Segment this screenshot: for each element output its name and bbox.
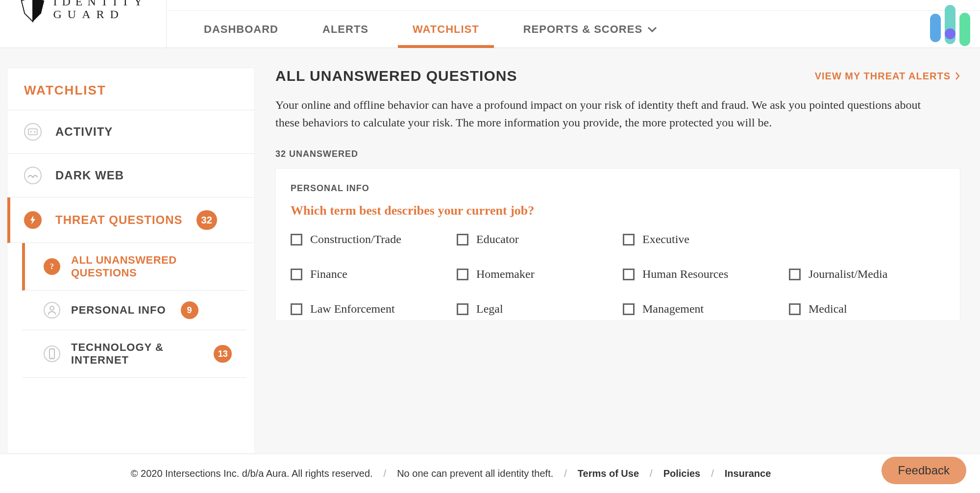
sidebar-subitems: ? ALL UNANSWERED QUESTIONS PERSONAL INFO… (7, 243, 254, 378)
sidebar-activity-label: ACTIVITY (55, 125, 113, 139)
page-description: Your online and offline behavior can hav… (275, 96, 933, 131)
page-body: WATCHLIST ACTIVITY DARK WEB THREAT QUEST… (0, 48, 980, 454)
checkbox-icon (457, 269, 468, 280)
option-checkbox[interactable]: Executive (623, 233, 779, 246)
nav-watchlist[interactable]: WATCHLIST (413, 11, 479, 48)
option-checkbox[interactable]: Journalist/Media (789, 268, 945, 281)
checkbox-icon (623, 269, 635, 280)
checkbox-icon (789, 269, 801, 280)
decoration-bars (930, 10, 970, 49)
sidebar-item-darkweb[interactable]: DARK WEB (7, 154, 254, 197)
brand-line2: GUARD (53, 8, 147, 21)
svg-point-3 (50, 306, 54, 310)
checkbox-icon (623, 303, 635, 315)
option-checkbox[interactable]: Finance (291, 268, 447, 281)
checkbox-icon (457, 234, 468, 246)
option-label: Journalist/Media (808, 268, 887, 281)
sub-all-label: ALL UNANSWERED QUESTIONS (71, 254, 232, 279)
option-label: Legal (476, 302, 503, 316)
question-card: PERSONAL INFO Which term best describes … (275, 168, 960, 321)
feedback-button[interactable]: Feedback (882, 457, 966, 484)
sidebar-sub-personal-info[interactable]: PERSONAL INFO 9 (22, 291, 246, 330)
svg-rect-0 (28, 129, 37, 135)
lightning-icon (24, 211, 42, 229)
footer: © 2020 Intersections Inc. d/b/a Aura. Al… (0, 454, 980, 493)
activity-icon (24, 123, 42, 141)
tech-count-badge: 13 (214, 345, 232, 363)
sub-personal-label: PERSONAL INFO (71, 304, 166, 317)
option-label: Executive (642, 233, 689, 246)
option-label: Finance (310, 268, 347, 281)
option-checkbox[interactable]: Construction/Trade (291, 233, 447, 246)
option-label: Medical (808, 302, 847, 316)
option-checkbox[interactable]: Medical (789, 302, 945, 316)
footer-disclaimer: No one can prevent all identity theft. (397, 468, 553, 479)
view-threat-alerts-link[interactable]: VIEW MY THREAT ALERTS (815, 71, 960, 82)
option-checkbox[interactable]: Human Resources (623, 268, 779, 281)
footer-copyright: © 2020 Intersections Inc. d/b/a Aura. Al… (131, 468, 373, 479)
nav-alerts[interactable]: ALERTS (322, 11, 368, 48)
chevron-down-icon (647, 26, 657, 33)
option-checkbox[interactable]: Management (623, 302, 779, 316)
header: IDENTITY GUARD DASHBOARD ALERTS WATCHLIS… (0, 0, 980, 48)
option-label: Homemaker (476, 268, 535, 281)
option-label: Educator (476, 233, 519, 246)
option-checkbox[interactable]: Educator (457, 233, 613, 246)
chevron-right-icon (955, 71, 960, 81)
sub-tech-label: TECHNOLOGY & INTERNET (71, 341, 199, 367)
svg-point-1 (30, 131, 32, 133)
question-icon: ? (44, 258, 60, 275)
svg-point-2 (34, 131, 36, 133)
brand-line1: IDENTITY (53, 0, 147, 8)
option-label: Human Resources (642, 268, 728, 281)
footer-terms-link[interactable]: Terms of Use (578, 468, 639, 479)
shield-icon (19, 0, 47, 23)
question-category: PERSONAL INFO (291, 183, 945, 194)
footer-insurance-link[interactable]: Insurance (725, 468, 771, 479)
threat-count-badge: 32 (196, 210, 217, 230)
option-label: Management (642, 302, 704, 316)
logo-area: IDENTITY GUARD (0, 0, 167, 48)
page-title: ALL UNANSWERED QUESTIONS (275, 68, 517, 84)
brand-text: IDENTITY GUARD (53, 0, 147, 21)
footer-policies-link[interactable]: Policies (663, 468, 701, 479)
question-options: Construction/TradeEducatorExecutiveFinan… (291, 233, 945, 316)
checkbox-icon (291, 303, 302, 315)
svg-point-5 (51, 357, 52, 358)
option-checkbox[interactable]: Homemaker (457, 268, 613, 281)
option-label: Construction/Trade (310, 233, 401, 246)
darkweb-icon (24, 167, 42, 184)
option-checkbox[interactable]: Legal (457, 302, 613, 316)
person-icon (44, 302, 60, 319)
top-nav: DASHBOARD ALERTS WATCHLIST REPORTS & SCO… (167, 0, 980, 48)
view-link-label: VIEW MY THREAT ALERTS (815, 71, 951, 82)
sidebar-sub-technology[interactable]: TECHNOLOGY & INTERNET 13 (22, 330, 246, 378)
brand-logo[interactable]: IDENTITY GUARD (19, 0, 147, 23)
sidebar-item-activity[interactable]: ACTIVITY (7, 110, 254, 154)
sidebar-item-threat-questions[interactable]: THREAT QUESTIONS 32 (7, 197, 254, 243)
sidebar-title: WATCHLIST (7, 68, 254, 110)
checkbox-icon (291, 234, 302, 246)
checkbox-icon (623, 234, 635, 246)
sidebar-darkweb-label: DARK WEB (55, 169, 124, 182)
sidebar-threat-label: THREAT QUESTIONS (55, 213, 183, 227)
main-content: ALL UNANSWERED QUESTIONS VIEW MY THREAT … (275, 68, 980, 454)
sidebar: WATCHLIST ACTIVITY DARK WEB THREAT QUEST… (7, 68, 255, 454)
nav-reports-label: REPORTS & SCORES (523, 23, 642, 36)
sidebar-sub-all-unanswered[interactable]: ? ALL UNANSWERED QUESTIONS (22, 243, 246, 291)
option-label: Law Enforcement (310, 302, 395, 316)
option-checkbox[interactable]: Law Enforcement (291, 302, 447, 316)
checkbox-icon (457, 303, 468, 315)
question-text: Which term best describes your current j… (291, 203, 945, 218)
nav-dashboard[interactable]: DASHBOARD (204, 11, 278, 48)
unanswered-count: 32 UNANSWERED (275, 149, 960, 159)
phone-icon (44, 345, 60, 362)
checkbox-icon (789, 303, 801, 315)
nav-reports[interactable]: REPORTS & SCORES (523, 11, 657, 48)
checkbox-icon (291, 269, 302, 280)
personal-count-badge: 9 (181, 301, 198, 319)
